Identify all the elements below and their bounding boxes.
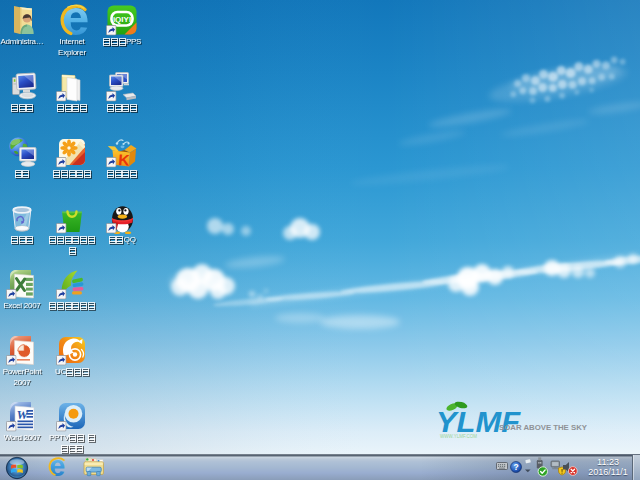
svg-text:iQIYI: iQIYI xyxy=(113,15,131,24)
svg-text:SOAR ABOVE THE SKY: SOAR ABOVE THE SKY xyxy=(499,423,588,432)
svg-text:K: K xyxy=(118,151,131,168)
svg-text:WWW.YLMF.COM: WWW.YLMF.COM xyxy=(440,434,477,439)
svg-text:?: ? xyxy=(513,462,518,472)
